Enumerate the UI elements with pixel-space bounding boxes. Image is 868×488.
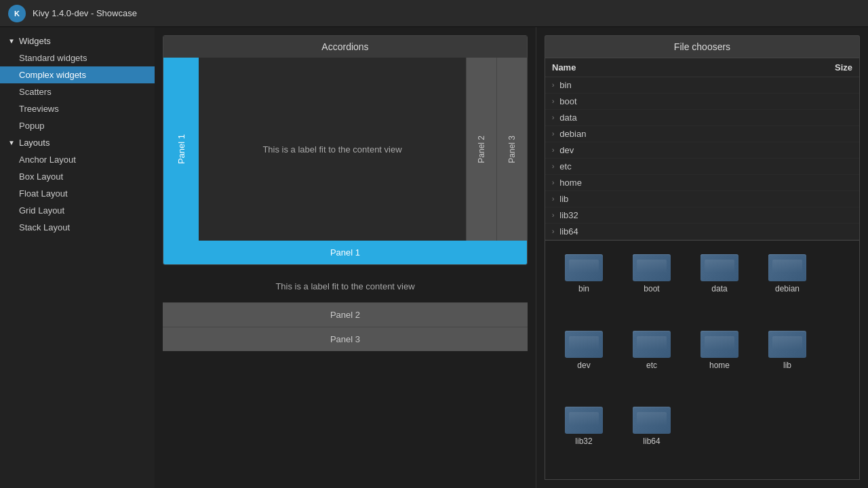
layouts-arrow-icon: ▼ — [8, 139, 15, 146]
panel-3-bar[interactable]: Panel 3 — [163, 327, 528, 351]
accordion-widget: Accordions Panel 1 This is a label fit t… — [163, 35, 528, 265]
folder-grid: bin boot data debian — [545, 241, 860, 480]
folder-grid-item[interactable]: lib64 — [621, 401, 682, 471]
file-list-item-label: debian — [559, 129, 586, 139]
accordion-panel-2-mini[interactable]: Panel 2 — [466, 58, 496, 241]
file-list-item[interactable]: › boot — [545, 94, 859, 110]
folder-grid-item[interactable]: home — [689, 325, 750, 395]
file-list-item-label: home — [559, 178, 582, 188]
file-list-item[interactable]: › data — [545, 110, 859, 126]
sidebar-item-grid-layout[interactable]: Grid Layout — [0, 202, 155, 219]
folder-label: etc — [646, 361, 657, 370]
folder-label: data — [711, 284, 727, 293]
folder-icon — [768, 249, 806, 281]
accordion-panel-1-expanded[interactable]: Panel 1 — [163, 58, 199, 241]
chevron-right-icon: › — [552, 179, 554, 186]
folder-icon — [633, 325, 671, 358]
file-list-item[interactable]: › lib32 — [545, 207, 859, 224]
sidebar-item-box-layout[interactable]: Box Layout — [0, 168, 155, 185]
chevron-right-icon: › — [552, 228, 554, 235]
folder-label: boot — [644, 284, 659, 293]
file-list-rows: › bin › boot › data › debian › dev › etc… — [545, 77, 859, 240]
right-panel: File choosers Name Size › bin › boot › d… — [536, 27, 868, 488]
main-content: ▼ Widgets Standard widgets Complex widge… — [0, 27, 868, 488]
chevron-right-icon: › — [552, 195, 554, 203]
file-list-header: Name Size — [545, 58, 859, 77]
app-title: Kivy 1.4.0-dev - Showcase — [33, 8, 137, 18]
folder-icon — [701, 249, 738, 281]
sidebar-item-popup[interactable]: Popup — [0, 117, 155, 134]
file-list-item[interactable]: › home — [545, 175, 859, 191]
sidebar-item-complex-widgets[interactable]: Complex widgets — [0, 66, 155, 83]
folder-grid-item[interactable]: bin — [553, 249, 614, 319]
accordion-center-content: This is a label fit to the content view — [199, 58, 466, 241]
folder-label: dev — [577, 361, 590, 370]
accordion-panel-3-mini[interactable]: Panel 3 — [496, 58, 527, 241]
chevron-right-icon: › — [552, 130, 554, 138]
accordion-center-text: This is a label fit to the content view — [262, 144, 401, 155]
folder-icon — [768, 325, 806, 358]
chevron-right-icon: › — [552, 163, 554, 170]
folder-label: home — [709, 361, 730, 370]
accordion-title: Accordions — [163, 36, 527, 58]
sidebar-item-stack-layout[interactable]: Stack Layout — [0, 219, 155, 236]
folder-label: lib — [783, 361, 791, 370]
accordion-panel-1-bar[interactable]: Panel 1 — [163, 241, 527, 264]
file-list-item-label: dev — [559, 145, 574, 155]
folder-grid-item[interactable]: lib32 — [553, 401, 614, 471]
panel-1-label: Panel 1 — [176, 134, 186, 164]
widgets-arrow-icon: ▼ — [8, 37, 15, 45]
folder-icon — [565, 401, 603, 434]
file-list-item-label: etc — [559, 161, 571, 171]
sidebar-section-layouts[interactable]: ▼ Layouts — [0, 134, 155, 151]
file-list-item[interactable]: › debian — [545, 126, 859, 142]
sidebar-item-scatters[interactable]: Scatters — [0, 83, 155, 100]
file-list-item[interactable]: › lib — [545, 191, 859, 207]
folder-grid-item[interactable]: debian — [757, 249, 818, 319]
file-list-item-label: lib32 — [559, 210, 578, 220]
sidebar-item-treeviews[interactable]: Treeviews — [0, 100, 155, 117]
file-list-item[interactable]: › dev — [545, 142, 859, 159]
folder-icon — [701, 325, 738, 358]
app-logo: K — [8, 5, 26, 22]
chevron-right-icon: › — [552, 98, 554, 105]
folder-label: lib32 — [575, 436, 592, 446]
folder-icon — [565, 249, 603, 281]
center-panel: Accordions Panel 1 This is a label fit t… — [155, 27, 536, 488]
file-list-item[interactable]: › lib64 — [545, 224, 859, 240]
layouts-section-label: Layouts — [19, 138, 50, 148]
sidebar-item-anchor-layout[interactable]: Anchor Layout — [0, 151, 155, 168]
titlebar: K Kivy 1.4.0-dev - Showcase — [0, 0, 868, 27]
sidebar-item-float-layout[interactable]: Float Layout — [0, 185, 155, 202]
file-list-item-label: lib64 — [559, 226, 578, 237]
file-list-item[interactable]: › etc — [545, 159, 859, 175]
file-list-item-label: data — [559, 113, 576, 123]
file-list-item[interactable]: › bin — [545, 77, 859, 94]
widgets-section-label: Widgets — [19, 36, 51, 46]
sidebar-item-standard-widgets[interactable]: Standard widgets — [0, 49, 155, 66]
folder-grid-item[interactable]: data — [689, 249, 750, 319]
file-list-item-label: bin — [559, 80, 571, 90]
folder-grid-item[interactable]: etc — [621, 325, 682, 395]
folder-icon — [633, 249, 671, 281]
file-list-item-label: lib — [559, 194, 568, 204]
panel-2-mini-label: Panel 2 — [477, 136, 486, 163]
accordion-body: Panel 1 This is a label fit to the conte… — [163, 58, 527, 241]
accordion-right-panels: Panel 2 Panel 3 — [466, 58, 527, 241]
panel-2-bar[interactable]: Panel 2 — [163, 302, 528, 327]
folder-grid-item[interactable]: lib — [757, 325, 818, 395]
file-list-item-label: boot — [559, 96, 576, 106]
sidebar-section-widgets[interactable]: ▼ Widgets — [0, 33, 155, 49]
file-list-name-col: Name — [552, 62, 576, 73]
file-chooser-title: File choosers — [545, 35, 860, 58]
folder-icon — [565, 325, 603, 358]
chevron-right-icon: › — [552, 211, 554, 219]
sidebar: ▼ Widgets Standard widgets Complex widge… — [0, 27, 155, 488]
folder-label: debian — [775, 284, 800, 293]
folder-grid-item[interactable]: boot — [621, 249, 682, 319]
file-list: Name Size › bin › boot › data › debian ›… — [545, 58, 860, 241]
folder-label: bin — [578, 284, 589, 293]
folder-icon — [633, 401, 671, 434]
folder-grid-item[interactable]: dev — [553, 325, 614, 395]
panel-3-mini-label: Panel 3 — [507, 136, 517, 163]
